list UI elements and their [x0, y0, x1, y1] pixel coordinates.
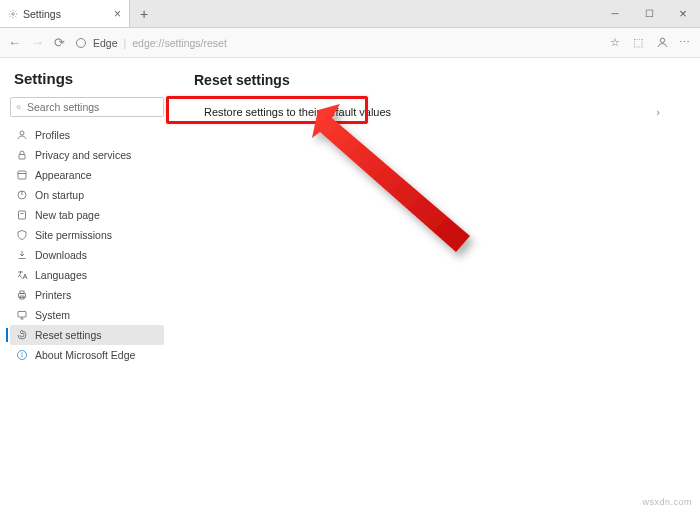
sidebar-item-label: About Microsoft Edge	[35, 349, 135, 361]
gear-icon	[8, 9, 18, 19]
url-text: edge://settings/reset	[132, 37, 227, 49]
svg-point-20	[22, 353, 23, 354]
sidebar-item-label: System	[35, 309, 70, 321]
svg-marker-21	[312, 104, 470, 252]
reset-icon	[16, 329, 28, 341]
language-icon	[16, 269, 28, 281]
shield-icon	[16, 229, 28, 241]
sidebar-item-label: Site permissions	[35, 229, 112, 241]
svg-rect-13	[20, 291, 24, 294]
sidebar-item-label: Privacy and services	[35, 149, 131, 161]
sidebar-item-label: Languages	[35, 269, 87, 281]
appearance-icon	[16, 169, 28, 181]
svg-point-5	[20, 131, 24, 135]
power-icon	[16, 189, 28, 201]
content: Settings Profiles Privacy and services A…	[0, 58, 700, 513]
svg-rect-15	[18, 312, 26, 318]
forward-button[interactable]: →	[31, 35, 44, 50]
svg-point-0	[12, 12, 15, 15]
sidebar-item-privacy[interactable]: Privacy and services	[10, 145, 164, 165]
minimize-button[interactable]: ─	[598, 0, 632, 27]
search-settings[interactable]	[10, 97, 164, 117]
site-identity: Edge	[93, 37, 118, 49]
sidebar-item-label: Printers	[35, 289, 71, 301]
lock-icon	[16, 149, 28, 161]
sidebar-item-permissions[interactable]: Site permissions	[10, 225, 164, 245]
sidebar-item-label: On startup	[35, 189, 84, 201]
sidebar-item-appearance[interactable]: Appearance	[10, 165, 164, 185]
info-icon	[16, 349, 28, 361]
tab-title: Settings	[23, 8, 61, 20]
svg-line-4	[20, 108, 21, 109]
new-tab-button[interactable]: +	[130, 0, 158, 27]
nav-arrows: ← → ⟳	[8, 35, 65, 50]
refresh-button[interactable]: ⟳	[54, 35, 65, 50]
toolbar: ← → ⟳ Edge | edge://settings/reset ☆ ⬚ ⋯	[0, 28, 700, 58]
sidebar-item-system[interactable]: System	[10, 305, 164, 325]
svg-point-1	[77, 38, 86, 47]
page-heading: Reset settings	[194, 72, 670, 88]
edge-icon	[75, 37, 87, 49]
chevron-right-icon: ›	[656, 106, 660, 118]
sidebar-item-newtab[interactable]: New tab page	[10, 205, 164, 225]
monitor-icon	[16, 309, 28, 321]
sidebar-item-label: Appearance	[35, 169, 92, 181]
sidebar-item-label: Profiles	[35, 129, 70, 141]
sidebar-item-label: Reset settings	[35, 329, 102, 341]
extensions-icon[interactable]: ⬚	[633, 36, 646, 49]
annotation-arrow	[310, 104, 510, 284]
sidebar-item-label: New tab page	[35, 209, 100, 221]
watermark: wsxdn.com	[642, 497, 692, 507]
svg-rect-12	[19, 294, 26, 298]
svg-rect-7	[18, 171, 26, 179]
sidebar-title: Settings	[14, 70, 164, 87]
search-input[interactable]	[27, 101, 158, 113]
favorite-icon[interactable]: ☆	[610, 36, 623, 49]
window-controls: ─ ☐ ×	[598, 0, 700, 27]
printer-icon	[16, 289, 28, 301]
main-panel: Reset settings Restore settings to their…	[170, 58, 700, 513]
close-window-button[interactable]: ×	[666, 0, 700, 27]
address-bar[interactable]: Edge | edge://settings/reset	[75, 37, 600, 49]
svg-point-2	[660, 38, 664, 42]
profile-icon[interactable]	[656, 36, 669, 49]
sidebar-item-reset[interactable]: Reset settings	[10, 325, 164, 345]
sidebar-item-startup[interactable]: On startup	[10, 185, 164, 205]
browser-tab[interactable]: Settings ×	[0, 0, 130, 27]
restore-label: Restore settings to their default values	[204, 106, 391, 118]
sidebar-item-about[interactable]: About Microsoft Edge	[10, 345, 164, 365]
profile-icon	[16, 129, 28, 141]
download-icon	[16, 249, 28, 261]
sidebar: Settings Profiles Privacy and services A…	[0, 58, 170, 513]
toolbar-actions: ☆ ⬚ ⋯	[610, 36, 692, 49]
back-button[interactable]: ←	[8, 35, 21, 50]
svg-rect-10	[19, 211, 26, 219]
sidebar-item-printers[interactable]: Printers	[10, 285, 164, 305]
sidebar-item-label: Downloads	[35, 249, 87, 261]
restore-settings-row[interactable]: Restore settings to their default values…	[194, 98, 670, 126]
maximize-button[interactable]: ☐	[632, 0, 666, 27]
titlebar: Settings × + ─ ☐ ×	[0, 0, 700, 28]
page-icon	[16, 209, 28, 221]
search-icon	[16, 102, 22, 113]
tab-close-icon[interactable]: ×	[114, 8, 121, 20]
sidebar-item-downloads[interactable]: Downloads	[10, 245, 164, 265]
svg-rect-6	[19, 155, 25, 160]
svg-point-3	[17, 105, 20, 108]
sidebar-item-profiles[interactable]: Profiles	[10, 125, 164, 145]
menu-icon[interactable]: ⋯	[679, 36, 692, 49]
sidebar-item-languages[interactable]: Languages	[10, 265, 164, 285]
